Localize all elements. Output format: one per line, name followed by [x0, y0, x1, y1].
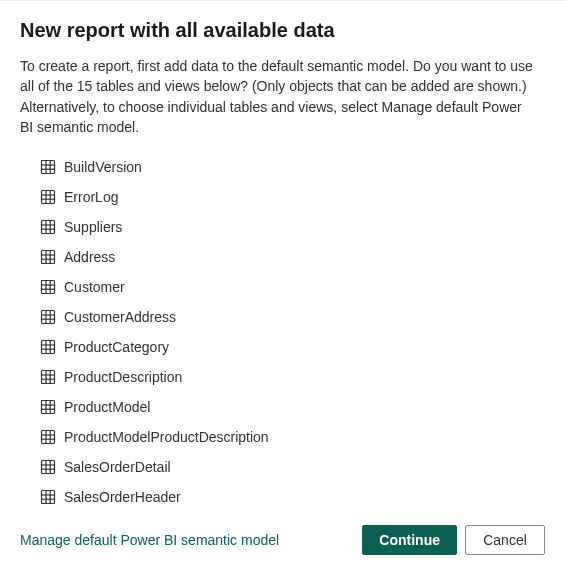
table-label: Customer: [64, 279, 125, 295]
svg-rect-15: [42, 251, 55, 264]
svg-rect-35: [42, 371, 55, 384]
svg-rect-25: [42, 311, 55, 324]
dialog-content[interactable]: To create a report, first add data to th…: [20, 56, 545, 507]
table-label: Address: [64, 249, 115, 265]
table-item: ProductModelProductDescription: [40, 427, 537, 447]
table-list: BuildVersion ErrorLog Suppliers Address …: [20, 157, 537, 507]
button-row: Continue Cancel: [362, 525, 545, 555]
manage-link[interactable]: Manage default Power BI semantic model: [20, 532, 279, 548]
table-item: Address: [40, 247, 537, 267]
dialog: New report with all available data To cr…: [0, 1, 565, 571]
continue-button[interactable]: Continue: [362, 525, 457, 555]
table-label: ProductModel: [64, 399, 150, 415]
table-label: CustomerAddress: [64, 309, 176, 325]
table-icon: [40, 159, 56, 175]
table-label: ProductCategory: [64, 339, 169, 355]
table-label: Suppliers: [64, 219, 122, 235]
svg-rect-20: [42, 281, 55, 294]
table-icon: [40, 459, 56, 475]
svg-rect-0: [42, 161, 55, 174]
table-icon: [40, 399, 56, 415]
table-icon: [40, 219, 56, 235]
svg-rect-30: [42, 341, 55, 354]
table-item: ProductModel: [40, 397, 537, 417]
svg-rect-10: [42, 221, 55, 234]
table-label: SalesOrderHeader: [64, 489, 181, 505]
dialog-title: New report with all available data: [20, 19, 545, 42]
table-label: ErrorLog: [64, 189, 118, 205]
svg-rect-45: [42, 431, 55, 444]
table-icon: [40, 309, 56, 325]
svg-rect-55: [42, 491, 55, 504]
table-icon: [40, 369, 56, 385]
table-item: CustomerAddress: [40, 307, 537, 327]
svg-rect-50: [42, 461, 55, 474]
table-icon: [40, 279, 56, 295]
table-label: ProductModelProductDescription: [64, 429, 269, 445]
table-icon: [40, 489, 56, 505]
table-icon: [40, 429, 56, 445]
table-item: Customer: [40, 277, 537, 297]
dialog-header: New report with all available data: [20, 19, 545, 42]
svg-rect-40: [42, 401, 55, 414]
svg-rect-5: [42, 191, 55, 204]
table-item: ProductDescription: [40, 367, 537, 387]
dialog-footer: Manage default Power BI semantic model C…: [20, 507, 545, 555]
table-item: SalesOrderHeader: [40, 487, 537, 507]
table-item: SalesOrderDetail: [40, 457, 537, 477]
table-label: BuildVersion: [64, 159, 142, 175]
cancel-button[interactable]: Cancel: [465, 525, 545, 555]
table-icon: [40, 189, 56, 205]
table-item: BuildVersion: [40, 157, 537, 177]
dialog-description: To create a report, first add data to th…: [20, 56, 537, 137]
table-item: ErrorLog: [40, 187, 537, 207]
table-icon: [40, 339, 56, 355]
table-label: ProductDescription: [64, 369, 182, 385]
table-item: Suppliers: [40, 217, 537, 237]
table-item: ProductCategory: [40, 337, 537, 357]
table-label: SalesOrderDetail: [64, 459, 171, 475]
table-icon: [40, 249, 56, 265]
